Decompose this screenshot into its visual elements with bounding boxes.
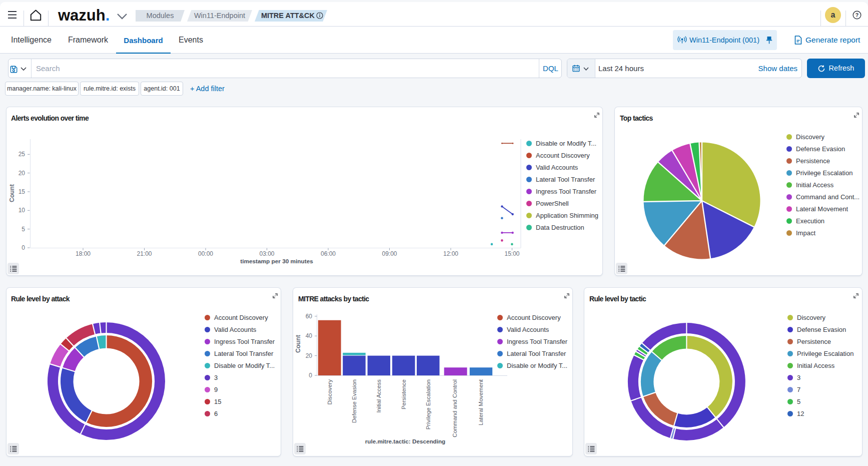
- svg-text:03:00: 03:00: [259, 250, 274, 257]
- svg-text:00:00: 00:00: [198, 250, 213, 257]
- svg-text:25: 25: [19, 151, 26, 158]
- svg-text:40: 40: [306, 332, 313, 339]
- svg-text:20: 20: [19, 170, 26, 177]
- svg-text:09:00: 09:00: [382, 250, 397, 257]
- svg-text:60: 60: [306, 313, 313, 320]
- svg-text:5: 5: [22, 226, 25, 233]
- svg-text:Persistence: Persistence: [401, 379, 407, 409]
- svg-text:Command and Control: Command and Control: [452, 379, 458, 437]
- svg-text:rule.mitre.tactic: Descending: rule.mitre.tactic: Descending: [365, 438, 445, 444]
- svg-text:Defense Evasion: Defense Evasion: [351, 379, 357, 423]
- svg-text:Count: Count: [9, 184, 16, 202]
- svg-text:0: 0: [22, 244, 25, 251]
- svg-text:?: ?: [855, 12, 858, 18]
- svg-text:18:00: 18:00: [76, 250, 91, 257]
- svg-text:Initial Access: Initial Access: [376, 379, 382, 413]
- svg-text:15: 15: [19, 188, 26, 195]
- svg-text:Privilege Escalation: Privilege Escalation: [425, 379, 431, 429]
- svg-text:Lateral Movement: Lateral Movement: [478, 379, 484, 425]
- svg-text:21:00: 21:00: [137, 250, 152, 257]
- svg-text:20: 20: [306, 352, 313, 359]
- svg-text:0: 0: [309, 372, 312, 379]
- svg-text:Discovery: Discovery: [327, 379, 333, 405]
- svg-text:06:00: 06:00: [321, 250, 336, 257]
- svg-text:12:00: 12:00: [443, 250, 458, 257]
- svg-text:Count: Count: [295, 334, 302, 353]
- svg-text:15:00: 15:00: [504, 250, 519, 257]
- svg-text:timestamp per 30 minutes: timestamp per 30 minutes: [240, 258, 313, 265]
- svg-text:10: 10: [19, 207, 26, 214]
